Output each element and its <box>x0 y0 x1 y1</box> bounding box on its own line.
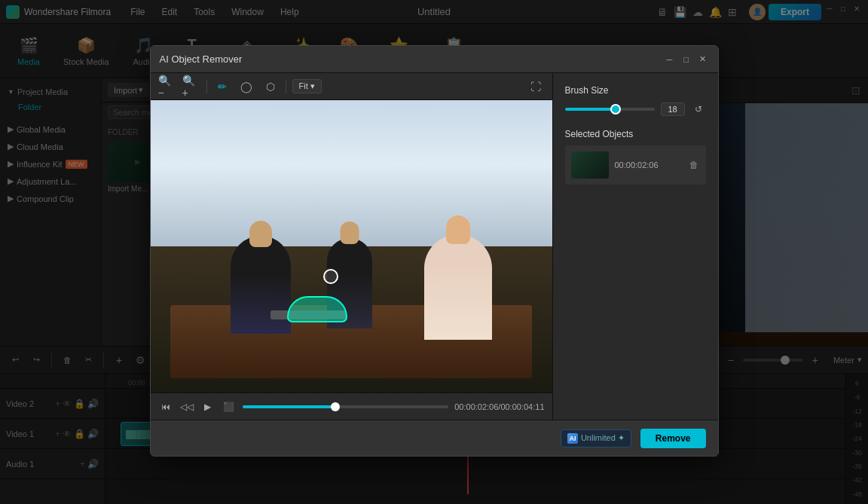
progress-bar[interactable] <box>243 405 449 408</box>
brush-reset-button[interactable]: ↺ <box>691 102 706 117</box>
person2-head <box>341 221 359 244</box>
skip-back-button[interactable]: ⏮ <box>158 399 173 414</box>
remove-button[interactable]: Remove <box>640 429 706 448</box>
dialog-video-toolbar: 🔍− 🔍+ ✏ ◯ ⬡ Fit ▾ ⛶ <box>151 73 552 100</box>
brush-size-label: Brush Size <box>565 85 706 96</box>
dialog-playback-bar: ⏮ ◁◁ ▶ ⬛ 00:00:02:06/00:00:04:11 <box>151 393 552 420</box>
dialog-video-editor: 🔍− 🔍+ ✏ ◯ ⬡ Fit ▾ ⛶ <box>151 73 552 420</box>
dialog-minimize-button[interactable]: ─ <box>664 53 676 66</box>
play-pause-button[interactable]: ▶ <box>200 399 215 414</box>
fit-dropdown[interactable]: Fit ▾ <box>292 79 322 93</box>
zoom-out-btn[interactable]: 🔍+ <box>182 78 200 96</box>
selected-object-card: 00:00:02:06 🗑 <box>565 145 706 185</box>
ai-badge-text: Unlimited ✦ <box>581 433 625 443</box>
prev-frame-button[interactable]: ◁◁ <box>179 399 194 414</box>
lasso-btn[interactable]: ⬡ <box>261 78 280 96</box>
fullscreen-btn[interactable]: ⛶ <box>527 78 545 96</box>
object-thumbnail <box>571 151 609 179</box>
person3 <box>424 234 492 340</box>
brush-slider-row: ↺ <box>565 102 706 117</box>
dialog-footer: AI Unlimited ✦ Remove <box>151 420 718 456</box>
playback-time: 00:00:02:06/00:00:04:11 <box>454 402 544 411</box>
progress-fill <box>243 405 335 408</box>
ai-object-remover-dialog: AI Object Remover ─ □ ✕ 🔍− 🔍+ ✏ ◯ ⬡ <box>150 45 719 457</box>
dialog-controls: Brush Size ↺ Selected Objects <box>552 73 718 420</box>
dialog-overlay: AI Object Remover ─ □ ✕ 🔍− 🔍+ ✏ ◯ ⬡ <box>0 0 868 504</box>
zoom-in-btn[interactable]: 🔍− <box>158 78 176 96</box>
dialog-maximize-button[interactable]: □ <box>680 53 692 66</box>
video-content <box>151 100 552 393</box>
selected-objects-label: Selected Objects <box>565 129 706 139</box>
brush-slider-thumb <box>610 104 621 115</box>
selected-objects-section: Selected Objects 00:00:02:06 🗑 <box>565 129 706 408</box>
meeting-background <box>151 100 552 393</box>
person3-head <box>446 215 470 244</box>
brush-draw-btn[interactable]: ✏ <box>213 78 231 96</box>
separator <box>286 80 286 93</box>
dialog-title: AI Object Remover <box>160 53 664 65</box>
ai-badge: AI Unlimited ✦ <box>561 429 631 447</box>
dialog-close-button[interactable]: ✕ <box>697 53 709 66</box>
dialog-video-area[interactable] <box>151 100 552 393</box>
fit-label: Fit <box>299 81 308 90</box>
brush-size-slider[interactable] <box>565 108 655 111</box>
fit-chevron-icon: ▾ <box>310 81 315 90</box>
dialog-window-controls: ─ □ ✕ <box>664 53 709 66</box>
progress-thumb <box>331 402 340 411</box>
separator <box>206 80 207 93</box>
erase-btn[interactable]: ◯ <box>237 78 255 96</box>
dialog-title-bar: AI Object Remover ─ □ ✕ <box>151 46 718 73</box>
ai-badge-icon: AI <box>567 433 578 444</box>
brush-section: Brush Size ↺ <box>565 85 706 117</box>
obj-thumb-inner <box>571 151 609 179</box>
delete-object-button[interactable]: 🗑 <box>688 159 700 171</box>
stop-button[interactable]: ⬛ <box>222 399 237 414</box>
object-time: 00:00:02:06 <box>615 160 682 170</box>
dialog-body: 🔍− 🔍+ ✏ ◯ ⬡ Fit ▾ ⛶ <box>151 73 718 420</box>
person1-head <box>249 221 272 247</box>
brush-value-input[interactable] <box>661 102 685 116</box>
selection-blob <box>287 296 347 322</box>
